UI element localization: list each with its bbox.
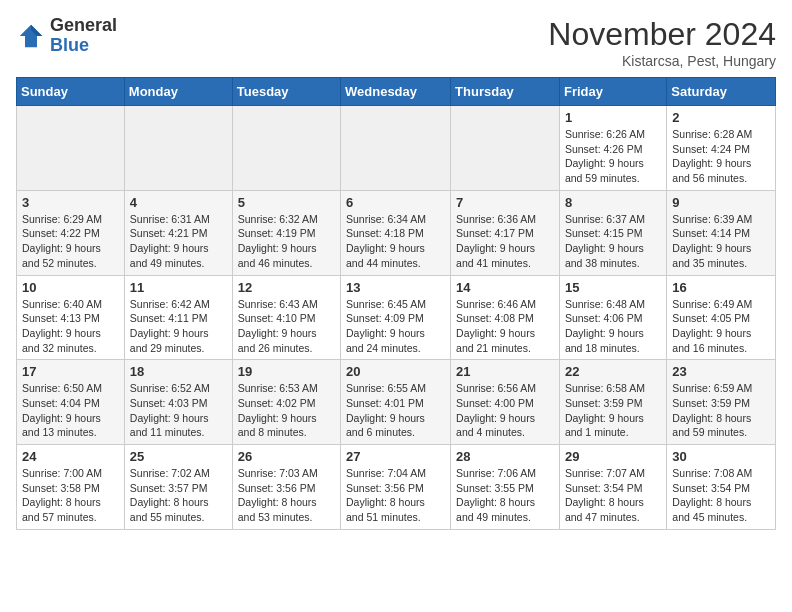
calendar-cell: 30Sunrise: 7:08 AM Sunset: 3:54 PM Dayli… [667,445,776,530]
day-info: Sunrise: 6:42 AM Sunset: 4:11 PM Dayligh… [130,297,227,356]
column-header-monday: Monday [124,78,232,106]
day-info: Sunrise: 6:36 AM Sunset: 4:17 PM Dayligh… [456,212,554,271]
calendar-cell: 10Sunrise: 6:40 AM Sunset: 4:13 PM Dayli… [17,275,125,360]
day-number: 23 [672,364,770,379]
day-number: 5 [238,195,335,210]
day-number: 2 [672,110,770,125]
day-number: 6 [346,195,445,210]
column-header-sunday: Sunday [17,78,125,106]
day-info: Sunrise: 6:34 AM Sunset: 4:18 PM Dayligh… [346,212,445,271]
calendar-cell [341,106,451,191]
calendar-cell: 14Sunrise: 6:46 AM Sunset: 4:08 PM Dayli… [451,275,560,360]
day-number: 30 [672,449,770,464]
calendar-cell: 1Sunrise: 6:26 AM Sunset: 4:26 PM Daylig… [559,106,666,191]
calendar-cell: 3Sunrise: 6:29 AM Sunset: 4:22 PM Daylig… [17,190,125,275]
calendar-table: SundayMondayTuesdayWednesdayThursdayFrid… [16,77,776,530]
calendar-cell: 13Sunrise: 6:45 AM Sunset: 4:09 PM Dayli… [341,275,451,360]
day-info: Sunrise: 6:31 AM Sunset: 4:21 PM Dayligh… [130,212,227,271]
calendar-week-5: 24Sunrise: 7:00 AM Sunset: 3:58 PM Dayli… [17,445,776,530]
day-number: 8 [565,195,661,210]
day-number: 12 [238,280,335,295]
logo: General Blue [16,16,117,56]
logo-icon [16,21,46,51]
location: Kistarcsa, Pest, Hungary [548,53,776,69]
calendar-cell: 23Sunrise: 6:59 AM Sunset: 3:59 PM Dayli… [667,360,776,445]
day-info: Sunrise: 6:26 AM Sunset: 4:26 PM Dayligh… [565,127,661,186]
day-number: 3 [22,195,119,210]
day-info: Sunrise: 6:56 AM Sunset: 4:00 PM Dayligh… [456,381,554,440]
day-info: Sunrise: 6:28 AM Sunset: 4:24 PM Dayligh… [672,127,770,186]
calendar-cell: 15Sunrise: 6:48 AM Sunset: 4:06 PM Dayli… [559,275,666,360]
title-section: November 2024 Kistarcsa, Pest, Hungary [548,16,776,69]
month-title: November 2024 [548,16,776,53]
day-info: Sunrise: 7:07 AM Sunset: 3:54 PM Dayligh… [565,466,661,525]
calendar-cell: 26Sunrise: 7:03 AM Sunset: 3:56 PM Dayli… [232,445,340,530]
calendar-week-2: 3Sunrise: 6:29 AM Sunset: 4:22 PM Daylig… [17,190,776,275]
calendar-cell: 22Sunrise: 6:58 AM Sunset: 3:59 PM Dayli… [559,360,666,445]
day-info: Sunrise: 6:29 AM Sunset: 4:22 PM Dayligh… [22,212,119,271]
day-number: 4 [130,195,227,210]
calendar-cell: 5Sunrise: 6:32 AM Sunset: 4:19 PM Daylig… [232,190,340,275]
day-number: 15 [565,280,661,295]
calendar-cell [124,106,232,191]
calendar-cell: 28Sunrise: 7:06 AM Sunset: 3:55 PM Dayli… [451,445,560,530]
logo-blue: Blue [50,36,117,56]
calendar-cell: 19Sunrise: 6:53 AM Sunset: 4:02 PM Dayli… [232,360,340,445]
calendar-cell: 25Sunrise: 7:02 AM Sunset: 3:57 PM Dayli… [124,445,232,530]
calendar-cell: 21Sunrise: 6:56 AM Sunset: 4:00 PM Dayli… [451,360,560,445]
calendar-cell: 27Sunrise: 7:04 AM Sunset: 3:56 PM Dayli… [341,445,451,530]
column-header-friday: Friday [559,78,666,106]
day-number: 27 [346,449,445,464]
day-number: 28 [456,449,554,464]
day-info: Sunrise: 6:37 AM Sunset: 4:15 PM Dayligh… [565,212,661,271]
day-number: 11 [130,280,227,295]
day-number: 24 [22,449,119,464]
calendar-cell [451,106,560,191]
calendar-cell [232,106,340,191]
day-number: 19 [238,364,335,379]
day-info: Sunrise: 6:43 AM Sunset: 4:10 PM Dayligh… [238,297,335,356]
day-info: Sunrise: 6:55 AM Sunset: 4:01 PM Dayligh… [346,381,445,440]
day-number: 25 [130,449,227,464]
day-number: 22 [565,364,661,379]
logo-text: General Blue [50,16,117,56]
calendar-cell: 18Sunrise: 6:52 AM Sunset: 4:03 PM Dayli… [124,360,232,445]
day-info: Sunrise: 7:04 AM Sunset: 3:56 PM Dayligh… [346,466,445,525]
calendar-cell: 9Sunrise: 6:39 AM Sunset: 4:14 PM Daylig… [667,190,776,275]
calendar-cell: 8Sunrise: 6:37 AM Sunset: 4:15 PM Daylig… [559,190,666,275]
day-info: Sunrise: 7:02 AM Sunset: 3:57 PM Dayligh… [130,466,227,525]
calendar-cell: 11Sunrise: 6:42 AM Sunset: 4:11 PM Dayli… [124,275,232,360]
day-number: 9 [672,195,770,210]
day-info: Sunrise: 7:08 AM Sunset: 3:54 PM Dayligh… [672,466,770,525]
calendar-cell [17,106,125,191]
calendar-cell: 12Sunrise: 6:43 AM Sunset: 4:10 PM Dayli… [232,275,340,360]
calendar-week-3: 10Sunrise: 6:40 AM Sunset: 4:13 PM Dayli… [17,275,776,360]
calendar-cell: 16Sunrise: 6:49 AM Sunset: 4:05 PM Dayli… [667,275,776,360]
day-info: Sunrise: 6:59 AM Sunset: 3:59 PM Dayligh… [672,381,770,440]
calendar-week-4: 17Sunrise: 6:50 AM Sunset: 4:04 PM Dayli… [17,360,776,445]
day-info: Sunrise: 6:45 AM Sunset: 4:09 PM Dayligh… [346,297,445,356]
calendar-cell: 24Sunrise: 7:00 AM Sunset: 3:58 PM Dayli… [17,445,125,530]
day-info: Sunrise: 6:50 AM Sunset: 4:04 PM Dayligh… [22,381,119,440]
column-header-tuesday: Tuesday [232,78,340,106]
day-number: 10 [22,280,119,295]
day-info: Sunrise: 6:46 AM Sunset: 4:08 PM Dayligh… [456,297,554,356]
column-header-saturday: Saturday [667,78,776,106]
calendar-cell: 29Sunrise: 7:07 AM Sunset: 3:54 PM Dayli… [559,445,666,530]
day-info: Sunrise: 6:58 AM Sunset: 3:59 PM Dayligh… [565,381,661,440]
day-info: Sunrise: 7:03 AM Sunset: 3:56 PM Dayligh… [238,466,335,525]
day-number: 18 [130,364,227,379]
day-number: 20 [346,364,445,379]
calendar-header-row: SundayMondayTuesdayWednesdayThursdayFrid… [17,78,776,106]
calendar-cell: 7Sunrise: 6:36 AM Sunset: 4:17 PM Daylig… [451,190,560,275]
day-number: 21 [456,364,554,379]
day-number: 16 [672,280,770,295]
day-number: 13 [346,280,445,295]
calendar-week-1: 1Sunrise: 6:26 AM Sunset: 4:26 PM Daylig… [17,106,776,191]
day-number: 17 [22,364,119,379]
day-number: 26 [238,449,335,464]
day-info: Sunrise: 7:00 AM Sunset: 3:58 PM Dayligh… [22,466,119,525]
day-info: Sunrise: 6:52 AM Sunset: 4:03 PM Dayligh… [130,381,227,440]
day-number: 29 [565,449,661,464]
day-info: Sunrise: 6:49 AM Sunset: 4:05 PM Dayligh… [672,297,770,356]
